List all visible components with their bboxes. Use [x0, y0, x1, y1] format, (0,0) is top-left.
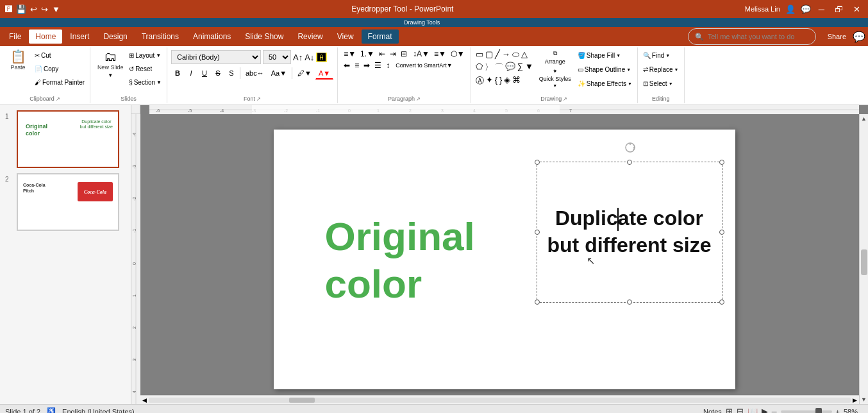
font-color-button[interactable]: A▼ — [315, 67, 333, 80]
menu-view[interactable]: View — [331, 30, 360, 44]
decrease-font-button[interactable]: A↓ — [305, 53, 314, 62]
align-right-button[interactable]: ➡ — [362, 60, 372, 71]
menu-animations[interactable]: Animations — [187, 30, 237, 44]
scroll-right-button[interactable]: ▶ — [851, 397, 859, 403]
increase-font-button[interactable]: A↑ — [293, 53, 303, 62]
view-reading-button[interactable]: 📖 — [747, 407, 758, 413]
shape-arrow[interactable]: → — [501, 49, 511, 60]
minimize-button[interactable]: ─ — [816, 4, 827, 14]
share-icon[interactable]: 👤 — [785, 4, 796, 14]
line-spacing-button[interactable]: ↕ — [384, 60, 392, 71]
drawing-expand-icon[interactable]: ↗ — [563, 96, 567, 102]
close-button[interactable]: ✕ — [851, 4, 863, 14]
shape-rect[interactable]: ▭ — [475, 49, 484, 60]
shadow-button[interactable]: S — [225, 67, 238, 80]
italic-button[interactable]: I — [185, 67, 197, 80]
format-painter-button[interactable]: 🖌 Format Painter — [33, 76, 86, 88]
increase-indent-button[interactable]: ⇥ — [388, 49, 398, 59]
align-text-button[interactable]: ≡▼ — [432, 49, 448, 59]
scroll-left-button[interactable]: ◀ — [140, 397, 149, 403]
cut-button[interactable]: ✂ Cut — [33, 49, 86, 62]
paste-button[interactable]: 📋 Paste — [4, 49, 32, 72]
shape-fill-button[interactable]: 🪣 Shape Fill ▼ — [576, 49, 633, 62]
shape-outline-button[interactable]: ▭ Shape Outline ▼ — [576, 63, 633, 76]
selected-text-box[interactable]: Duplicate colorbut different size — [537, 162, 722, 303]
reset-button[interactable]: ↺ Reset — [128, 62, 163, 75]
scroll-down-button[interactable]: ▼ — [860, 395, 868, 404]
slide-thumbnail-2[interactable]: 2 Coca-ColaPitch Coca-Cola — [5, 173, 126, 231]
shape-arc[interactable]: ⌒ — [494, 61, 504, 74]
columns-button[interactable]: ⊟ — [399, 49, 409, 59]
menu-slideshow[interactable]: Slide Show — [238, 30, 290, 44]
original-color-text[interactable]: Original color — [325, 213, 475, 308]
quick-save-icon[interactable]: 💾 — [16, 4, 26, 14]
right-scrollbar[interactable]: ▲ ▼ — [859, 114, 868, 404]
find-button[interactable]: 🔍 Find ▼ — [642, 49, 680, 62]
shape-equation[interactable]: ∑ — [517, 61, 524, 74]
zoom-minus[interactable]: ─ — [772, 408, 777, 414]
zoom-slider-thumb[interactable] — [815, 408, 822, 414]
align-center-button[interactable]: ≡ — [353, 60, 361, 71]
clipboard-expand-icon[interactable]: ↗ — [56, 96, 60, 102]
underline-button[interactable]: U — [198, 67, 211, 80]
notes-button[interactable]: Notes — [703, 408, 722, 414]
convert-smartart-button[interactable]: Convert to SmartArt▼ — [394, 62, 454, 69]
highlight-button[interactable]: 🖊▼ — [294, 67, 315, 80]
spacing-button[interactable]: abc↔ — [242, 67, 267, 80]
text-direction-button[interactable]: ↕A▼ — [411, 49, 431, 59]
quick-redo-icon[interactable]: ↪ — [41, 4, 48, 14]
font-expand-icon[interactable]: ↗ — [256, 96, 261, 102]
arrange-button[interactable]: ⧉ Arrange — [537, 49, 574, 66]
scroll-up-button[interactable]: ▲ — [860, 114, 868, 123]
smartart-button[interactable]: ⬡▼ — [449, 49, 467, 59]
customize-icon[interactable]: ▼ — [52, 4, 60, 14]
menu-file[interactable]: File — [3, 30, 28, 44]
layout-button[interactable]: ⊞ Layout ▼ — [128, 49, 163, 62]
strikethrough-button[interactable]: S — [212, 67, 224, 80]
shape-custom1[interactable]: ◈ — [503, 74, 511, 87]
shape-line[interactable]: ╱ — [494, 49, 501, 60]
copy-button[interactable]: 📄 Copy — [33, 62, 86, 75]
justify-button[interactable]: ☰ — [372, 60, 383, 71]
shape-star4[interactable]: ✦ — [485, 74, 494, 87]
comments-icon[interactable]: 💬 — [801, 4, 811, 14]
numbered-list-button[interactable]: 1.▼ — [358, 49, 376, 59]
paragraph-expand-icon[interactable]: ↗ — [416, 96, 421, 102]
search-bar[interactable]: 🔍 Tell me what you want to do — [688, 28, 816, 45]
view-presenter-button[interactable]: ▶ — [762, 407, 768, 413]
shape-callout[interactable]: 💬 — [505, 61, 516, 74]
select-button[interactable]: ⊡ Select ▼ — [642, 77, 680, 90]
share-button[interactable]: Share — [828, 33, 846, 40]
menu-home[interactable]: Home — [29, 30, 62, 44]
font-size-selector[interactable]: 50 — [263, 50, 291, 64]
clear-formatting-button[interactable]: 🅰 — [316, 53, 327, 62]
new-slide-dropdown[interactable]: ▼ — [108, 72, 113, 78]
restore-button[interactable]: 🗗 — [832, 4, 846, 14]
shape-bracketopen[interactable]: { — [494, 74, 498, 87]
accessibility-icon[interactable]: ♿ — [47, 407, 56, 413]
menu-format[interactable]: Format — [362, 30, 399, 44]
change-case-button[interactable]: Aa▼ — [268, 67, 290, 80]
shape-bracketclose[interactable]: } — [499, 74, 503, 87]
shape-custom2[interactable]: ⌘ — [512, 74, 521, 87]
zoom-slider[interactable] — [781, 410, 832, 413]
bullet-list-button[interactable]: ≡▼ — [342, 49, 358, 59]
scroll-thumb-vertical[interactable] — [861, 249, 867, 275]
shape-effects-button[interactable]: ✨ Shape Effects ▼ — [576, 77, 633, 90]
scroll-thumb-horizontal[interactable] — [289, 398, 315, 403]
align-left-button[interactable]: ⬅ — [342, 60, 352, 71]
bold-button[interactable]: B — [171, 67, 184, 80]
replace-button[interactable]: ⇌ Replace ▼ — [642, 63, 680, 76]
new-slide-button[interactable]: 🗂 New Slide ▼ — [94, 49, 126, 80]
menu-insert[interactable]: Insert — [63, 30, 96, 44]
shape-textbox[interactable]: Ⓐ — [475, 74, 485, 87]
shape-triangle[interactable]: △ — [521, 49, 528, 60]
slide-image-1[interactable]: Originalcolor Duplicate colorbut differe… — [17, 110, 119, 168]
shape-chevron[interactable]: 〉 — [484, 61, 494, 74]
shapes-more[interactable]: ▼ — [524, 61, 534, 74]
menu-transitions[interactable]: Transitions — [135, 30, 185, 44]
text-box-content[interactable]: Duplicate colorbut different size — [537, 162, 722, 302]
view-slidesorter-button[interactable]: ⊟ — [737, 407, 744, 413]
bottom-scrollbar[interactable]: ◀ ▶ — [140, 395, 859, 404]
slide-image-2[interactable]: Coca-ColaPitch Coca-Cola — [17, 173, 119, 231]
